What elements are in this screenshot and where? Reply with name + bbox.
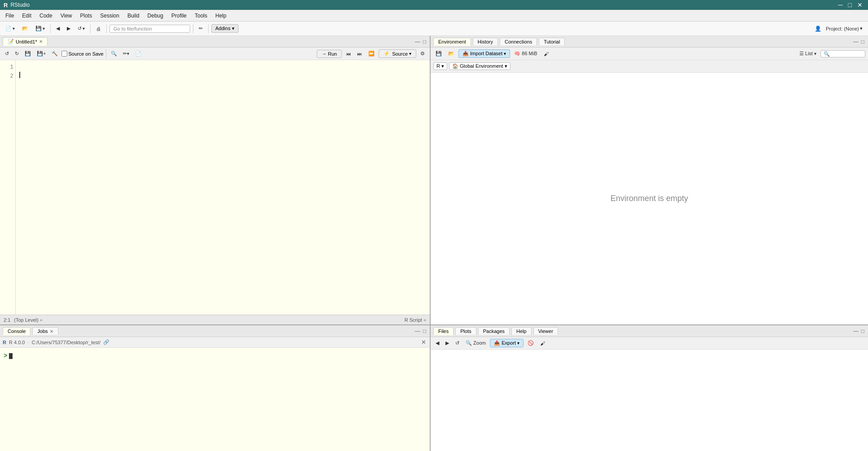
help-tab[interactable]: Help <box>511 327 532 335</box>
menu-session[interactable]: Session <box>96 12 123 20</box>
import-dataset-button[interactable]: 📥 Import Dataset ▾ <box>458 49 510 58</box>
maximize-button[interactable]: □ <box>846 1 854 9</box>
env-open-button[interactable]: 📂 <box>446 50 457 57</box>
new-file-button[interactable]: 📄▾ <box>3 24 17 33</box>
env-save-button[interactable]: 💾 <box>433 50 444 57</box>
save-all-button[interactable]: 💾+ <box>35 50 48 57</box>
import-dropdown-arrow[interactable]: ▾ <box>504 51 506 56</box>
files-back-button[interactable]: ◀ <box>433 339 441 347</box>
run-button[interactable]: → Run <box>317 50 342 58</box>
menu-edit[interactable]: Edit <box>18 12 35 20</box>
open-file-button[interactable]: 📂 <box>19 24 31 33</box>
files-content-area <box>431 350 868 451</box>
env-panel-controls[interactable]: — □ <box>852 39 865 45</box>
window-controls[interactable]: ─ □ ✕ <box>837 1 864 9</box>
editor-maximize-btn[interactable]: □ <box>422 39 427 45</box>
tutorial-tab[interactable]: Tutorial <box>539 38 565 45</box>
menu-tools[interactable]: Tools <box>191 12 211 20</box>
r-console-selector[interactable]: R ▾ <box>433 62 447 70</box>
packages-tab[interactable]: Packages <box>478 327 510 335</box>
project-button[interactable]: Project: (None) ▾ <box>823 24 865 33</box>
source-on-save-checkbox[interactable] <box>61 51 67 57</box>
editor-section: 📝 Untitled1* ✕ — □ ↺ ↻ 💾 💾+ 🔨 Source <box>0 36 430 325</box>
files-forward-button[interactable]: ▶ <box>443 339 451 347</box>
new-dropdown-arrow[interactable]: ▾ <box>13 26 15 31</box>
source-button[interactable]: ⚡ Source ▾ <box>379 49 416 58</box>
tutorial-tab-label: Tutorial <box>544 39 560 44</box>
history-tab[interactable]: History <box>473 38 498 45</box>
refresh-button[interactable]: ↺▾ <box>75 24 87 33</box>
code-editor[interactable]: 1 2 <box>0 60 430 315</box>
menu-build[interactable]: Build <box>124 12 143 20</box>
save-button[interactable]: 💾▾ <box>33 24 48 33</box>
menu-help[interactable]: Help <box>212 12 230 20</box>
save-file-button[interactable]: 💾 <box>22 50 33 57</box>
console-maximize-btn[interactable]: □ <box>422 328 427 334</box>
menu-view[interactable]: View <box>57 12 76 20</box>
line-number-2: 2 <box>2 72 13 81</box>
menu-plots[interactable]: Plots <box>77 12 96 20</box>
code-tools-ed-button[interactable]: ✏▾ <box>121 50 131 57</box>
console-tab[interactable]: Console <box>3 327 31 335</box>
files-maximize-btn[interactable]: □ <box>860 328 865 334</box>
goto-file-button[interactable]: Go to file/function <box>109 25 190 33</box>
run-previous-button[interactable]: ⏮ <box>344 50 353 57</box>
console-path: C:/Users/75377/Desktop/r_test/ <box>31 340 100 345</box>
code-tools-button[interactable]: ✏ <box>196 24 205 33</box>
jobs-tab[interactable]: Jobs ✕ <box>32 327 58 335</box>
environment-tab[interactable]: Environment <box>433 38 471 46</box>
console-panel-controls[interactable]: — □ <box>414 328 427 334</box>
console-clear-btn[interactable]: ✕ <box>420 339 427 346</box>
addins-button[interactable]: Addins ▾ <box>211 24 239 33</box>
print-button[interactable]: 🖨 <box>93 25 104 33</box>
history-tab-label: History <box>478 39 493 44</box>
connections-tab[interactable]: Connections <box>500 38 537 45</box>
global-env-selector[interactable]: 🏠 Global Environment ▾ <box>449 62 510 70</box>
env-minimize-btn[interactable]: — <box>852 39 859 45</box>
undo-button[interactable]: ↺ <box>3 50 11 57</box>
minimize-button[interactable]: ─ <box>837 1 845 9</box>
back-button[interactable]: ◀ <box>53 24 62 33</box>
compile-report-button[interactable]: 📄 <box>133 50 144 57</box>
plots-tab[interactable]: Plots <box>455 327 476 335</box>
viewer-tab[interactable]: Viewer <box>533 327 558 335</box>
files-minimize-btn[interactable]: — <box>852 328 859 334</box>
console-minimize-btn[interactable]: — <box>414 328 421 334</box>
compile-button[interactable]: 🔨 <box>49 50 60 57</box>
jobs-tab-close[interactable]: ✕ <box>50 329 53 334</box>
editor-options-button[interactable]: ⚙ <box>418 50 427 57</box>
save-dropdown-arrow[interactable]: ▾ <box>43 26 45 31</box>
export-button[interactable]: 📤 Export ▾ <box>490 339 523 347</box>
env-maximize-btn[interactable]: □ <box>860 39 865 45</box>
forward-button[interactable]: ▶ <box>64 24 73 33</box>
files-tab[interactable]: Files <box>433 327 454 335</box>
editor-tab-close[interactable]: ✕ <box>39 39 43 44</box>
editor-minimize-btn[interactable]: — <box>414 39 421 45</box>
zoom-button[interactable]: 🔍 Zoom <box>463 339 488 347</box>
env-brush-button[interactable]: 🖌 <box>541 50 551 57</box>
env-list-button[interactable]: ☰ List ▾ <box>797 50 819 57</box>
env-search-input[interactable] <box>820 50 865 57</box>
console-area[interactable]: > <box>0 348 430 451</box>
source-on-save-label[interactable]: Source on Save <box>61 51 103 57</box>
menu-profile[interactable]: Profile <box>168 12 190 20</box>
plot-clear-button[interactable]: 🚫 <box>525 339 536 347</box>
menu-file[interactable]: File <box>2 12 17 20</box>
files-refresh-button[interactable]: ↺ <box>453 339 462 347</box>
menu-debug[interactable]: Debug <box>144 12 167 20</box>
code-area[interactable] <box>16 60 430 315</box>
export-arrow[interactable]: ▾ <box>517 341 519 346</box>
source-dropdown[interactable]: ▾ <box>409 51 411 56</box>
run-next-button[interactable]: ⏭ <box>355 50 364 57</box>
path-link-icon[interactable]: 🔗 <box>103 339 109 345</box>
search-button[interactable]: 🔍 <box>109 50 119 57</box>
close-button[interactable]: ✕ <box>855 1 864 9</box>
editor-panel-controls[interactable]: — □ <box>414 39 427 45</box>
files-panel-controls[interactable]: — □ <box>852 328 865 334</box>
menu-code[interactable]: Code <box>36 12 56 20</box>
editor-tab-untitled[interactable]: 📝 Untitled1* ✕ <box>3 37 48 46</box>
ed-sep1 <box>106 49 106 58</box>
plot-brush-button[interactable]: 🖌 <box>538 340 547 347</box>
redo-button[interactable]: ↻ <box>13 50 21 57</box>
run-all-button[interactable]: ⏩ <box>366 50 377 57</box>
